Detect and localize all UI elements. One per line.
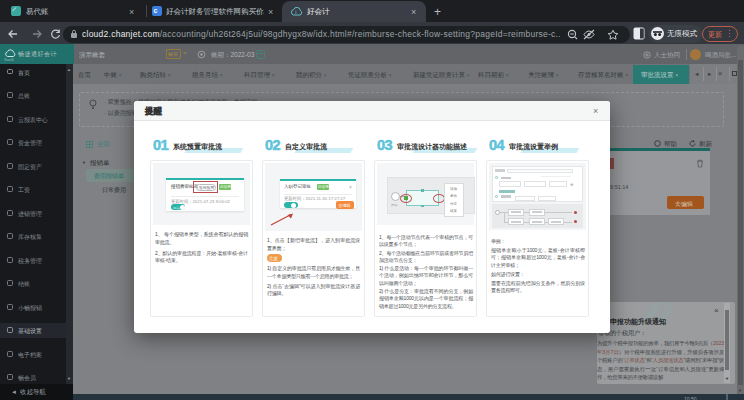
svg-text:i: i: [295, 9, 296, 15]
